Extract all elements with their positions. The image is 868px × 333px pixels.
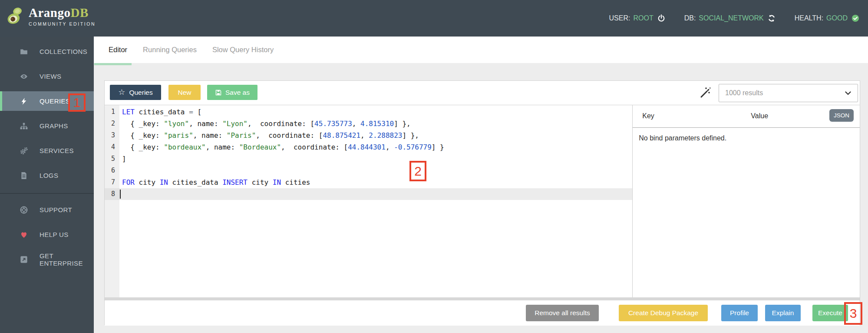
query-editor-panel: ☆ Queries New Save as 1000 <box>104 80 860 325</box>
sidebar-item-label: QUERIES <box>40 97 70 105</box>
sidebar-item-label: HELP US <box>40 231 69 238</box>
magic-wand-icon <box>700 87 711 98</box>
bind-parameters-header: Key Value JSON <box>633 105 860 128</box>
health-status: HEALTH: GOOD <box>795 14 859 22</box>
health-value: GOOD <box>826 14 848 22</box>
editor-footer: Remove all results Create Debug Package … <box>105 300 860 326</box>
active-line-highlight <box>105 188 632 200</box>
db-value: SOCIAL_NETWORK <box>699 14 763 22</box>
json-toggle-button[interactable]: JSON <box>829 109 854 122</box>
code-line[interactable]: ] <box>122 153 126 165</box>
sidebar-item-graphs[interactable]: GRAPHS <box>0 116 94 136</box>
db-label: DB: <box>684 14 696 22</box>
lightning-icon <box>20 97 28 105</box>
sidebar-item-logs[interactable]: LOGS <box>0 166 94 185</box>
code-line[interactable]: LET cities_data = [ <box>122 106 201 118</box>
brand: ArangoDB COMMUNITY EDITION <box>6 5 96 27</box>
result-limit-select[interactable]: 1000 results <box>719 84 858 102</box>
topbar: ArangoDB COMMUNITY EDITION USER: ROOT DB… <box>0 0 868 37</box>
sidebar-item-label: GET ENTERPRISE <box>40 252 94 267</box>
user-label: USER: <box>609 14 630 22</box>
sidebar-item-label: COLLECTIONS <box>40 48 87 55</box>
brand-subtitle: COMMUNITY EDITION <box>29 21 96 27</box>
topbar-status: USER: ROOT DB: SOCIAL_NETWORK HEALTH: <box>609 0 859 37</box>
new-query-button[interactable]: New <box>168 85 201 100</box>
no-bind-parameters-message: No bind parameters defined. <box>639 133 739 143</box>
line-number: 4 <box>105 141 119 153</box>
db-status: DB: SOCIAL_NETWORK <box>684 14 776 22</box>
line-number-gutter: 12345678 <box>105 105 119 297</box>
code-line[interactable]: { _key: "lyon", name: "Lyon", coordinate… <box>122 118 411 130</box>
line-number: 2 <box>105 118 119 130</box>
sidebar-item-collections[interactable]: COLLECTIONS <box>0 42 94 61</box>
profile-button[interactable]: Profile <box>721 305 758 321</box>
brand-wordmark: ArangoDB <box>29 5 96 20</box>
execute-button[interactable]: Execute <box>812 305 848 321</box>
document-icon <box>20 172 28 180</box>
arangodb-app: ArangoDB COMMUNITY EDITION USER: ROOT DB… <box>0 0 868 333</box>
external-link-icon <box>20 256 28 263</box>
save-icon <box>215 89 222 96</box>
value-column-header: Value <box>751 112 768 120</box>
line-number: 3 <box>105 130 119 141</box>
refresh-db-icon[interactable] <box>768 14 776 22</box>
save-as-button[interactable]: Save as <box>207 85 257 100</box>
graph-icon <box>20 122 28 130</box>
sidebar-item-support[interactable]: SUPPORT <box>0 200 94 220</box>
user-value: ROOT <box>633 14 653 22</box>
annotation-box-3: 3 <box>844 302 862 325</box>
format-query-button[interactable] <box>699 87 712 100</box>
sidebar-item-help-us[interactable]: HELP US <box>0 225 94 244</box>
line-number: 1 <box>105 106 119 118</box>
star-icon: ☆ <box>118 87 125 97</box>
health-check-icon <box>851 14 859 22</box>
avocado-logo-icon <box>6 7 25 26</box>
code-line[interactable]: { _key: "bordeaux", name: "Bordeaux", co… <box>122 141 444 153</box>
active-tab-underline <box>94 63 132 65</box>
text-cursor <box>120 190 121 199</box>
annotation-box-1: 1 <box>68 93 86 112</box>
folder-icon <box>20 48 28 56</box>
remove-all-results-button[interactable]: Remove all results <box>526 305 599 321</box>
code-line[interactable]: FOR city IN cities_data INSERT city IN c… <box>122 176 310 188</box>
sidebar: COLLECTIONS VIEWS QUERIES GRAPHS SERVICE… <box>0 37 94 333</box>
heart-icon <box>20 231 28 239</box>
power-icon[interactable] <box>657 14 665 22</box>
tab-running-queries[interactable]: Running Queries <box>135 37 205 63</box>
explain-button[interactable]: Explain <box>765 305 801 321</box>
annotation-box-2: 2 <box>409 161 426 181</box>
editor-toolbar: ☆ Queries New Save as 1000 <box>105 81 860 105</box>
sidebar-item-label: GRAPHS <box>40 122 68 130</box>
gears-icon <box>20 147 28 155</box>
sidebar-item-label: VIEWS <box>40 73 61 80</box>
life-ring-icon <box>20 206 28 214</box>
tab-slow-query-history[interactable]: Slow Query History <box>205 37 281 63</box>
health-label: HEALTH: <box>795 14 823 22</box>
sidebar-item-views[interactable]: VIEWS <box>0 67 94 86</box>
sidebar-item-label: LOGS <box>40 172 58 179</box>
eye-icon <box>20 73 28 80</box>
chevron-down-icon <box>845 90 851 97</box>
user-status: USER: ROOT <box>609 14 665 22</box>
line-number: 8 <box>105 188 119 200</box>
line-number: 6 <box>105 165 119 176</box>
queries-button[interactable]: ☆ Queries <box>110 85 161 100</box>
line-number: 5 <box>105 153 119 165</box>
query-tabbar: Editor Running Queries Slow Query Histor… <box>94 37 868 63</box>
bind-parameters-panel: Key Value JSON No bind parameters define… <box>632 105 860 297</box>
sidebar-divider <box>0 193 94 194</box>
aql-code-editor[interactable]: 12345678 LET cities_data = [ { _key: "ly… <box>105 105 632 297</box>
key-column-header: Key <box>642 112 654 120</box>
sidebar-item-get-enterprise[interactable]: GET ENTERPRISE <box>0 250 94 269</box>
code-line[interactable]: { _key: "paris", name: "Paris", coordina… <box>122 130 419 141</box>
resize-divider[interactable] <box>105 297 860 300</box>
sidebar-item-label: SUPPORT <box>40 206 72 213</box>
editor-main-row: 12345678 LET cities_data = [ { _key: "ly… <box>105 105 860 297</box>
sidebar-item-services[interactable]: SERVICES <box>0 141 94 160</box>
line-number: 7 <box>105 176 119 188</box>
tab-editor[interactable]: Editor <box>101 37 135 63</box>
result-limit-value: 1000 results <box>725 89 845 97</box>
sidebar-item-label: SERVICES <box>40 147 74 154</box>
create-debug-package-button[interactable]: Create Debug Package <box>619 305 708 321</box>
